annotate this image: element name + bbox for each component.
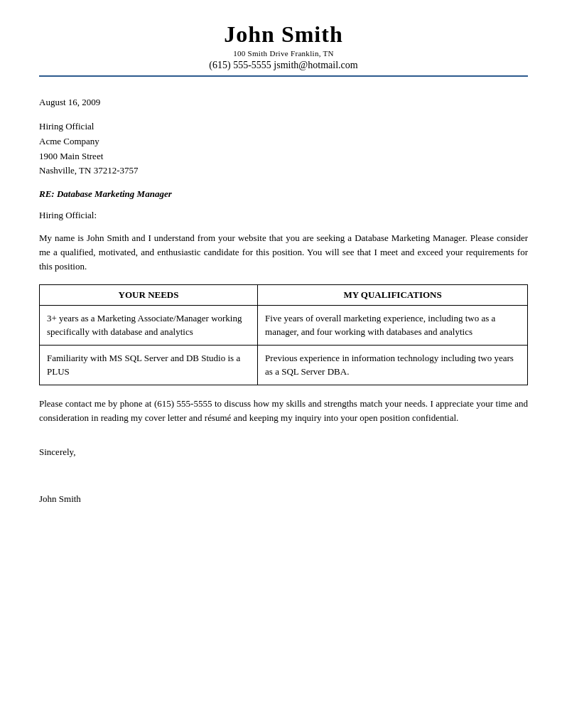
header-divider — [39, 75, 528, 77]
re-line: RE: Database Marketing Manager — [39, 188, 528, 200]
qualification-2: Previous experience in information techn… — [258, 345, 528, 385]
body-content: August 16, 2009 Hiring Official Acme Com… — [39, 82, 528, 505]
col1-header: YOUR NEEDS — [40, 284, 258, 305]
intro-paragraph: My name is John Smith and I understand f… — [39, 231, 528, 274]
salutation: Hiring Official: — [39, 210, 528, 221]
need-1: 3+ years as a Marketing Associate/Manage… — [40, 305, 258, 345]
closing-paragraph: Please contact me by phone at (615) 555-… — [39, 397, 528, 425]
recipient: Hiring Official Acme Company 1900 Main S… — [39, 119, 528, 178]
header-address: 100 Smith Drive Franklin, TN — [39, 49, 528, 58]
comparison-table: YOUR NEEDS MY QUALIFICATIONS 3+ years as… — [39, 284, 528, 385]
date: August 16, 2009 — [39, 97, 528, 108]
header-name: John Smith — [39, 21, 528, 48]
table-row: Familiarity with MS SQL Server and DB St… — [40, 345, 528, 385]
col2-header: MY QUALIFICATIONS — [258, 284, 528, 305]
sincerely: Sincerely, — [39, 446, 528, 458]
recipient-line3: 1900 Main Street — [39, 149, 528, 164]
page: John Smith 100 Smith Drive Franklin, TN … — [0, 0, 567, 728]
recipient-line4: Nashville, TN 37212-3757 — [39, 164, 528, 178]
header: John Smith 100 Smith Drive Franklin, TN … — [39, 21, 528, 82]
need-2: Familiarity with MS SQL Server and DB St… — [40, 345, 258, 385]
signature-name: John Smith — [39, 493, 528, 505]
qualification-1: Five years of overall marketing experien… — [258, 305, 528, 345]
recipient-line2: Acme Company — [39, 134, 528, 149]
table-row: 3+ years as a Marketing Associate/Manage… — [40, 305, 528, 345]
header-contact: (615) 555-5555 jsmith@hotmail.com — [39, 60, 528, 71]
recipient-line1: Hiring Official — [39, 119, 528, 134]
